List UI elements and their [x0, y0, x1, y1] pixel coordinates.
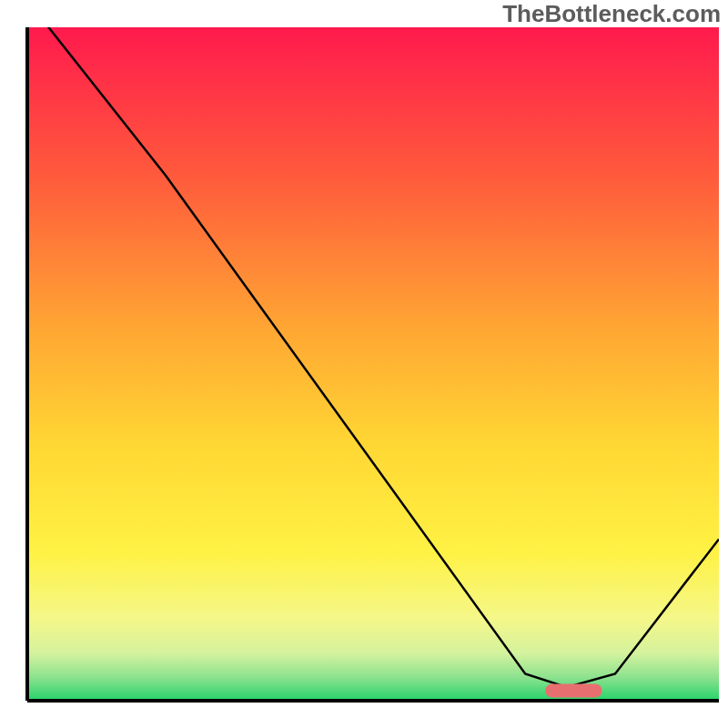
optimal-marker	[545, 683, 602, 697]
bottleneck-chart	[0, 0, 728, 728]
watermark-text: TheBottleneck.com	[502, 0, 721, 28]
chart-container: TheBottleneck.com	[0, 0, 728, 728]
gradient-background	[27, 27, 719, 701]
